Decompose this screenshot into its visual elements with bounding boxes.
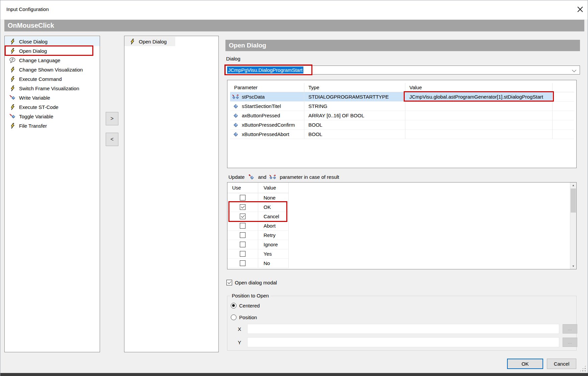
results-table: Use Value None OK Cancel Abort	[227, 182, 289, 268]
action-icon	[9, 39, 16, 44]
configured-actions-list[interactable]: Open Dialog	[124, 36, 219, 352]
action-list-item[interactable]: Toggle Variable	[5, 112, 100, 121]
action-list-item[interactable]: Close Dialog	[5, 37, 100, 46]
open-dialog-modal-checkbox[interactable]	[226, 280, 232, 285]
parameter-row[interactable]: stPscData STDIALOGPROGRAMSTARTTYPE JCmpV…	[230, 92, 574, 102]
resize-grip[interactable]	[579, 365, 586, 372]
open-dialog-modal-label: Open dialog modal	[235, 280, 277, 285]
parameter-name: sStartSectionTitel	[242, 103, 281, 109]
action-label: Change Language	[19, 57, 60, 63]
available-actions-list[interactable]: Close Dialog Open Dialog Change Language…	[4, 36, 100, 352]
action-label: File Transfer	[19, 123, 47, 129]
scroll-up-icon[interactable]: ▲	[570, 182, 576, 188]
centered-radio-row[interactable]: Centered	[231, 303, 260, 308]
position-label: Position	[239, 315, 257, 320]
parameter-icon	[232, 131, 239, 137]
parameter-icon	[232, 113, 239, 118]
event-banner: OnMouseClick	[4, 20, 584, 31]
parameter-row[interactable]: xButtonPressedAbort BOOL	[230, 130, 574, 139]
action-label: Execute Command	[19, 76, 62, 82]
result-row[interactable]: No	[227, 259, 289, 268]
centered-radio[interactable]	[231, 303, 236, 308]
result-value-label: Cancel	[258, 212, 289, 221]
result-use-checkbox[interactable]	[240, 260, 246, 266]
action-list-item[interactable]: File Transfer	[5, 121, 100, 130]
scrollbar-thumb[interactable]	[571, 189, 576, 213]
parameter-value[interactable]	[405, 120, 553, 130]
scroll-down-icon[interactable]: ▼	[570, 263, 576, 269]
window-title: Input Configuration	[6, 6, 49, 12]
parameter-type: BOOL	[304, 130, 405, 139]
result-value-label: Abort	[258, 221, 289, 231]
action-label: Open Dialog	[19, 48, 47, 54]
configured-action-item[interactable]: Open Dialog	[124, 37, 175, 46]
close-button[interactable]	[573, 2, 587, 16]
result-row[interactable]: Abort	[227, 221, 289, 231]
parameter-value[interactable]	[405, 102, 553, 111]
chevron-down-icon[interactable]	[572, 68, 576, 72]
position-radio-row[interactable]: Position	[231, 315, 257, 320]
dialog-combobox-value: JCmpPgVisu.DialogProgramStart	[227, 67, 303, 74]
parameter-icon	[232, 103, 239, 109]
group-title: Position to Open	[230, 293, 271, 298]
position-radio[interactable]	[231, 315, 236, 320]
parameter-type: STRING	[304, 102, 405, 111]
column-header-type: Type	[304, 83, 405, 92]
action-icon	[9, 76, 16, 82]
parameter-value[interactable]	[405, 130, 553, 139]
result-use-checkbox[interactable]	[240, 251, 246, 257]
parameter-value[interactable]	[405, 111, 553, 120]
action-label: Toggle Variable	[19, 114, 53, 119]
parameter-icon	[232, 122, 239, 128]
parameter-value[interactable]: JCmpVisu.global.astProgramGenerator[1].s…	[405, 92, 553, 102]
dialog-combobox[interactable]: JCmpPgVisu.DialogProgramStart	[225, 66, 580, 75]
ok-button[interactable]: OK	[507, 359, 543, 369]
result-use-checkbox[interactable]	[240, 223, 246, 229]
result-value-label: Ignore	[258, 240, 289, 249]
action-label: Change Shown Visualization	[19, 67, 83, 73]
column-header-result-value: Value	[258, 182, 289, 193]
action-icon	[9, 114, 16, 119]
action-list-item[interactable]: Change Language	[5, 55, 100, 65]
x-input[interactable]	[247, 324, 559, 334]
result-row[interactable]: None	[227, 193, 289, 203]
result-row[interactable]: Yes	[227, 249, 289, 259]
bottom-strip	[0, 373, 588, 376]
action-list-item[interactable]: Change Shown Visualization	[5, 65, 100, 74]
parameter-type: ARRAY [0..16] OF BOOL	[304, 111, 405, 120]
result-use-checkbox[interactable]	[240, 242, 246, 247]
action-list-item[interactable]: Execute ST-Code	[5, 102, 100, 112]
result-row[interactable]: Cancel	[227, 212, 289, 221]
action-list-item[interactable]: Switch Frame Visualization	[5, 84, 100, 93]
action-list-item[interactable]: Open Dialog	[5, 46, 100, 55]
update-caption-suffix: parameter in case of result	[280, 174, 339, 180]
results-header-row: Use Value	[227, 182, 289, 193]
cancel-button[interactable]: Cancel	[547, 359, 576, 369]
action-label: Open Dialog	[139, 39, 167, 44]
parameter-row[interactable]: axButtonPressed ARRAY [0..16] OF BOOL	[230, 111, 574, 120]
centered-label: Centered	[239, 303, 260, 308]
column-header-parameter: Parameter	[230, 83, 304, 92]
result-value-label: None	[258, 193, 289, 203]
parameter-row[interactable]: sStartSectionTitel STRING	[230, 102, 574, 111]
result-row[interactable]: Retry	[227, 231, 289, 240]
parameter-row[interactable]: xButtonPressedConfirm BOOL	[230, 120, 574, 130]
result-use-checkbox[interactable]	[240, 195, 246, 201]
remove-action-button[interactable]: <	[106, 133, 118, 146]
results-scrollbar[interactable]: ▲ ▼	[570, 182, 576, 269]
result-use-checkbox[interactable]	[240, 204, 246, 210]
result-row[interactable]: Ignore	[227, 240, 289, 249]
action-list-item[interactable]: Execute Command	[5, 74, 100, 84]
x-browse-button[interactable]: ...	[563, 324, 577, 334]
add-action-button[interactable]: >	[106, 112, 118, 125]
result-row[interactable]: OK	[227, 203, 289, 212]
action-label: Execute ST-Code	[19, 104, 59, 110]
parameter-name: xButtonPressedAbort	[242, 131, 289, 137]
result-use-checkbox[interactable]	[240, 232, 246, 238]
action-list-item[interactable]: Write Variable	[5, 93, 100, 102]
y-browse-button[interactable]: ...	[563, 338, 577, 347]
parameter-icon	[232, 94, 239, 100]
result-use-checkbox[interactable]	[240, 214, 246, 219]
y-input[interactable]	[247, 337, 559, 347]
open-dialog-modal-row[interactable]: Open dialog modal	[226, 280, 277, 285]
